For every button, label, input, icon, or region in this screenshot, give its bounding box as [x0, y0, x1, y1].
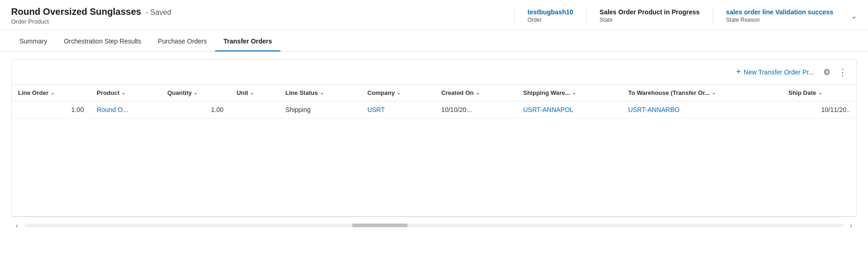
page-header: Round Oversized Sunglasses - Saved Order…: [0, 0, 868, 30]
cell-to-warehouse[interactable]: USRT-ANNARBO: [622, 101, 782, 118]
more-options-icon[interactable]: ⋮: [836, 65, 849, 80]
scrollbar-thumb[interactable]: [352, 224, 408, 227]
col-quantity-sort-icon: ⌄: [193, 90, 198, 96]
transfer-orders-table: Line Order ⌄ Product ⌄ Quantity ⌄: [12, 85, 856, 118]
col-company[interactable]: Company ⌄: [361, 85, 435, 101]
state-value[interactable]: Sales Order Product in Progress: [600, 8, 700, 16]
transfer-orders-table-container: + New Transfer Order Pr... ⚙ ⋮ Line Orde…: [11, 59, 857, 217]
cell-company[interactable]: USRT: [361, 101, 435, 118]
col-to-warehouse[interactable]: To Warehouse (Transfer Or... ⌄: [622, 85, 782, 101]
cell-quantity: 1.00: [161, 101, 230, 118]
cell-created-on: 10/10/20...: [435, 101, 517, 118]
col-shipping-sort-icon: ⌄: [572, 90, 576, 96]
col-unit[interactable]: Unit ⌄: [230, 85, 279, 101]
table-header: Line Order ⌄ Product ⌄ Quantity ⌄: [12, 85, 856, 101]
tab-purchase-orders[interactable]: Purchase Orders: [149, 32, 215, 51]
col-created-on-sort-icon: ⌄: [476, 90, 480, 96]
tab-orchestration[interactable]: Orchestration Step Results: [56, 32, 149, 51]
chevron-down-icon[interactable]: ⌄: [851, 12, 857, 20]
col-ship-date[interactable]: Ship Date ⌄: [782, 85, 856, 101]
state-reason-value[interactable]: sales order line Validation success: [726, 8, 833, 16]
order-value[interactable]: testbugbash10: [527, 8, 573, 16]
header-meta: testbugbash10 Order Sales Order Product …: [514, 8, 857, 23]
table-toolbar: + New Transfer Order Pr... ⚙ ⋮: [12, 60, 856, 85]
cell-shipping-ware[interactable]: USRT-ANNAPOL: [517, 101, 622, 118]
cell-ship-date: 10/11/20..: [782, 101, 856, 118]
meta-order: testbugbash10 Order: [514, 8, 586, 23]
tab-summary[interactable]: Summary: [11, 32, 56, 51]
tabs-bar: Summary Orchestration Step Results Purch…: [0, 32, 868, 52]
col-line-status[interactable]: Line Status ⌄: [279, 85, 361, 101]
cell-line-order: 1.00: [12, 101, 90, 118]
cell-unit: [230, 101, 279, 118]
gear-icon[interactable]: ⚙: [821, 65, 832, 79]
new-transfer-order-label: New Transfer Order Pr...: [744, 68, 814, 76]
col-product-sort-icon: ⌄: [121, 90, 125, 96]
state-label: State: [600, 17, 700, 23]
scroll-left-icon[interactable]: ‹: [11, 220, 23, 231]
table-row: 1.00 Round O... 1.00 Shipping USRT 10/10…: [12, 101, 856, 118]
main-content: + New Transfer Order Pr... ⚙ ⋮ Line Orde…: [0, 52, 868, 241]
new-transfer-order-button[interactable]: + New Transfer Order Pr...: [732, 64, 818, 80]
page-title-line: Round Oversized Sunglasses - Saved: [11, 6, 514, 17]
saved-label: - Saved: [146, 8, 171, 16]
plus-icon: +: [736, 67, 741, 77]
cell-product[interactable]: Round O...: [90, 101, 161, 118]
col-shipping-ware[interactable]: Shipping Ware... ⌄: [517, 85, 622, 101]
col-created-on[interactable]: Created On ⌄: [435, 85, 517, 101]
col-to-warehouse-sort-icon: ⌄: [712, 90, 716, 96]
horizontal-scrollbar[interactable]: [25, 224, 844, 227]
page-title: Round Oversized Sunglasses: [11, 6, 141, 17]
col-quantity[interactable]: Quantity ⌄: [161, 85, 230, 101]
order-label: Order: [527, 17, 573, 23]
cell-line-status: Shipping: [279, 101, 361, 118]
table-body: 1.00 Round O... 1.00 Shipping USRT 10/10…: [12, 101, 856, 118]
col-line-order[interactable]: Line Order ⌄: [12, 85, 90, 101]
col-unit-sort-icon: ⌄: [250, 90, 254, 96]
tab-transfer-orders[interactable]: Transfer Orders: [215, 32, 280, 51]
header-left: Round Oversized Sunglasses - Saved Order…: [11, 6, 514, 25]
page-subtitle: Order Product: [11, 18, 514, 25]
scroll-footer: ‹ ›: [11, 217, 857, 234]
col-line-order-sort-icon: ⌄: [50, 90, 55, 96]
state-reason-label: State Reason: [726, 17, 833, 23]
col-ship-date-sort-icon: ⌄: [818, 90, 822, 96]
meta-state-reason: sales order line Validation success Stat…: [713, 8, 846, 23]
col-line-status-sort-icon: ⌄: [320, 90, 324, 96]
col-product[interactable]: Product ⌄: [90, 85, 161, 101]
meta-state: Sales Order Product in Progress State: [586, 8, 713, 23]
col-company-sort-icon: ⌄: [397, 90, 401, 96]
scroll-right-icon[interactable]: ›: [845, 220, 857, 231]
